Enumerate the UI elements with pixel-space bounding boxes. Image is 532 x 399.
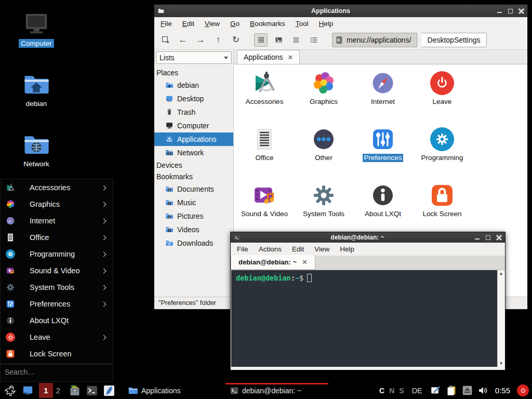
reload-button[interactable]: ↻ bbox=[229, 33, 243, 47]
menu-tool[interactable]: Tool bbox=[296, 20, 309, 28]
power-icon bbox=[520, 387, 527, 394]
folder-item-programming[interactable]: Programming bbox=[413, 127, 472, 183]
folder-item-preferences[interactable]: Preferences bbox=[353, 127, 413, 183]
scroll-down-icon[interactable]: ▼ bbox=[499, 361, 503, 366]
terminal-scrollbar[interactable]: ▲ ▼ bbox=[497, 270, 504, 367]
minimize-button[interactable] bbox=[497, 8, 502, 14]
close-button[interactable] bbox=[496, 235, 502, 241]
tab-close-icon[interactable]: ✕ bbox=[302, 259, 308, 265]
folder-item-other[interactable]: Other bbox=[294, 127, 353, 183]
sidebar-item-documents[interactable]: Documents bbox=[154, 182, 233, 196]
fm-titlebar[interactable]: Applications bbox=[154, 5, 527, 17]
trash-icon bbox=[165, 108, 174, 116]
quicklaunch-featherpad[interactable] bbox=[103, 384, 115, 397]
menu-item-internet[interactable]: Internet bbox=[1, 212, 113, 229]
sidebar-item-pictures[interactable]: Pictures bbox=[154, 209, 233, 223]
menu-edit[interactable]: Edit bbox=[292, 245, 304, 253]
menu-help[interactable]: Help bbox=[340, 245, 354, 253]
folder-item-system-tools[interactable]: System Tools bbox=[294, 183, 353, 239]
address-subfolder-button[interactable]: DesktopSettings bbox=[421, 33, 487, 47]
accessories-icon bbox=[252, 71, 277, 96]
address-path-button[interactable]: menu://applications/ bbox=[332, 33, 417, 47]
menu-item-system-tools[interactable]: System Tools bbox=[1, 279, 113, 296]
maximize-button[interactable] bbox=[485, 235, 491, 241]
desktop-icon-network[interactable]: Network bbox=[10, 131, 62, 168]
menu-view[interactable]: View bbox=[205, 20, 220, 28]
quicklaunch-file-manager[interactable] bbox=[69, 384, 81, 397]
clock[interactable]: 0:55 bbox=[495, 386, 510, 395]
sidebar-item-applications[interactable]: Applications bbox=[154, 132, 233, 146]
tray-removable-media[interactable] bbox=[462, 385, 473, 396]
sidebar-mode-combobox[interactable]: Lists bbox=[156, 51, 232, 64]
sidebar-item-videos[interactable]: Videos bbox=[154, 223, 233, 236]
show-desktop-button[interactable] bbox=[22, 384, 34, 396]
sidebar-item-downloads[interactable]: Downloads bbox=[154, 236, 233, 250]
menu-item-preferences[interactable]: Preferences bbox=[1, 296, 113, 312]
menu-help[interactable]: Help bbox=[318, 20, 333, 28]
folder-item-lock-screen[interactable]: Lock Screen bbox=[413, 183, 472, 239]
menu-file[interactable]: File bbox=[237, 245, 248, 253]
terminal-titlebar[interactable]: debian@debian: ~ bbox=[231, 232, 505, 243]
desktop-icon-debian[interactable]: debian bbox=[10, 71, 62, 108]
keyboard-layout-switcher[interactable]: DE bbox=[412, 387, 422, 395]
sidebar-item-network[interactable]: Network bbox=[154, 146, 233, 159]
up-button[interactable]: ↑ bbox=[211, 33, 225, 47]
menu-item-about-lxqt[interactable]: About LXQt bbox=[1, 312, 113, 329]
menu-bookmarks[interactable]: Bookmarks bbox=[250, 20, 285, 28]
minimize-button[interactable] bbox=[474, 235, 480, 241]
menu-item-accessories[interactable]: Accessories bbox=[1, 179, 113, 196]
menu-item-graphics[interactable]: Graphics bbox=[1, 196, 113, 212]
task-button-applications[interactable]: Applications bbox=[124, 383, 225, 398]
tray-screenshot[interactable] bbox=[430, 385, 441, 396]
sidebar-item-debian[interactable]: debian bbox=[154, 78, 233, 92]
menu-view[interactable]: View bbox=[314, 245, 329, 253]
folder-item-leave[interactable]: Leave bbox=[413, 71, 472, 127]
sidebar-item-trash[interactable]: Trash bbox=[154, 105, 233, 119]
computer-icon bbox=[22, 10, 50, 38]
folder-item-accessories[interactable]: Accessories bbox=[235, 71, 294, 127]
menu-file[interactable]: File bbox=[161, 20, 172, 28]
terminal-screen[interactable]: debian@debian:~$ ▲ ▼ bbox=[231, 270, 504, 367]
quicklaunch-terminal[interactable] bbox=[86, 384, 98, 397]
close-button[interactable] bbox=[518, 8, 524, 14]
maximize-button[interactable] bbox=[508, 8, 513, 14]
folder-item-about-lxqt[interactable]: About LXQt bbox=[353, 183, 413, 239]
menu-edit[interactable]: Edit bbox=[182, 20, 194, 28]
new-tab-button[interactable] bbox=[158, 33, 172, 47]
desktop-icon-computer[interactable]: Computer bbox=[10, 10, 62, 48]
icon-view-button[interactable] bbox=[254, 33, 268, 47]
start-menu-button[interactable] bbox=[4, 384, 16, 397]
workspace-1-button[interactable]: 1 bbox=[39, 383, 53, 398]
folder-item-office[interactable]: Office bbox=[235, 127, 294, 183]
sidebar-header-places: Places bbox=[154, 67, 233, 78]
folder-item-internet[interactable]: Internet bbox=[353, 71, 413, 127]
workspace-2-button[interactable]: 2 bbox=[53, 386, 63, 395]
scroll-up-icon[interactable]: ▲ bbox=[499, 271, 503, 276]
back-button[interactable]: ← bbox=[176, 33, 190, 47]
sidebar-item-desktop[interactable]: Desktop bbox=[154, 92, 233, 105]
menu-item-sound-video[interactable]: Sound & Video bbox=[1, 262, 113, 279]
menu-search-input[interactable] bbox=[1, 368, 113, 376]
task-button-terminal[interactable]: debian@debian: ~ bbox=[225, 383, 328, 398]
tab-applications[interactable]: Applications ✕ bbox=[237, 50, 300, 64]
sidebar-item-computer[interactable]: Computer bbox=[154, 119, 233, 132]
forward-button[interactable]: → bbox=[194, 33, 207, 47]
menu-actions[interactable]: Actions bbox=[259, 245, 282, 253]
menu-go[interactable]: Go bbox=[230, 20, 240, 28]
folder-item-graphics[interactable]: Graphics bbox=[294, 71, 353, 127]
folder-item-sound-video[interactable]: Sound & Video bbox=[235, 183, 294, 239]
detailed-list-view-button[interactable] bbox=[289, 33, 303, 47]
tab-label: debian@debian: ~ bbox=[238, 258, 297, 266]
tray-clipboard[interactable] bbox=[446, 385, 457, 396]
power-button[interactable] bbox=[517, 384, 529, 396]
terminal-tab[interactable]: debian@debian: ~ ✕ bbox=[231, 255, 315, 270]
menu-item-programming[interactable]: Programming bbox=[1, 246, 113, 262]
sidebar-item-music[interactable]: Music bbox=[154, 196, 233, 209]
menu-item-office[interactable]: Office bbox=[1, 229, 113, 246]
tab-close-icon[interactable]: ✕ bbox=[288, 54, 294, 61]
compact-view-button[interactable] bbox=[307, 33, 321, 47]
tray-volume[interactable] bbox=[477, 385, 488, 396]
menu-item-lock-screen[interactable]: Lock Screen bbox=[1, 345, 113, 362]
menu-item-leave[interactable]: Leave bbox=[1, 329, 113, 345]
thumbnail-view-button[interactable] bbox=[272, 33, 285, 47]
